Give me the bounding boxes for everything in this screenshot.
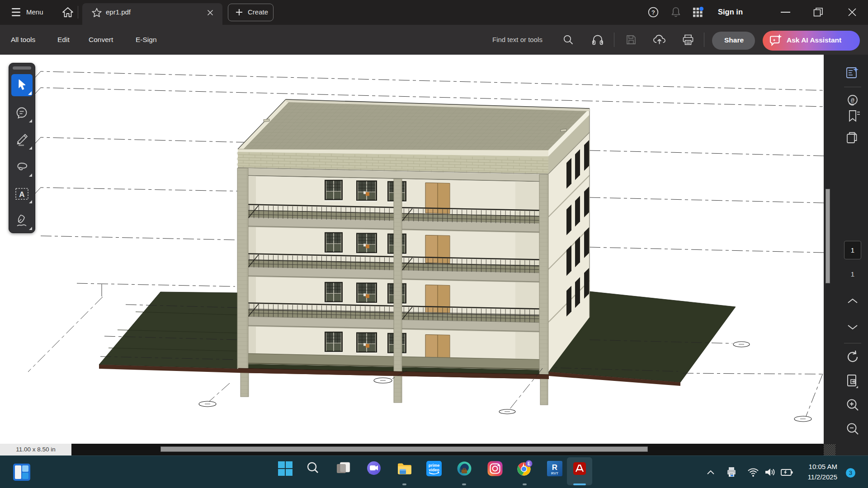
svg-text:prime: prime [429, 463, 440, 468]
svg-text:E: E [528, 461, 531, 466]
svg-text:R: R [552, 463, 557, 472]
svg-text:RVT: RVT [551, 471, 558, 475]
svg-text:?: ? [651, 9, 655, 16]
svg-text:@: @ [851, 97, 854, 104]
svg-text:video: video [429, 468, 439, 472]
svg-text:A: A [19, 190, 24, 199]
